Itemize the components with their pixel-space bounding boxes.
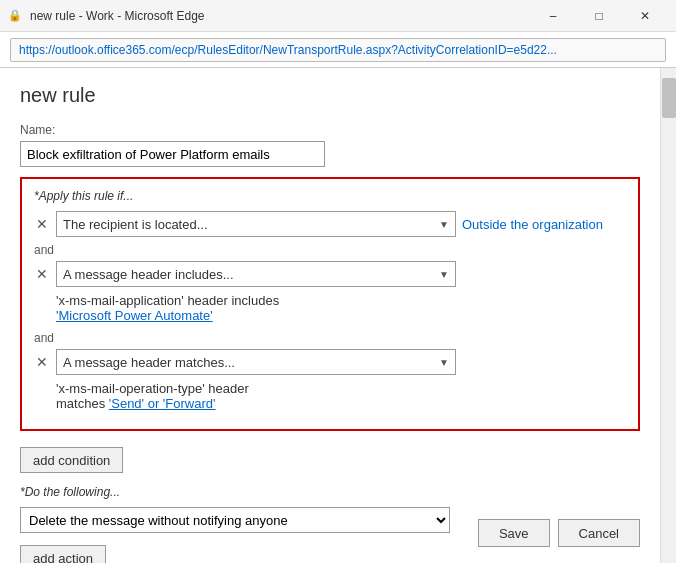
scrollbar[interactable] <box>660 68 676 563</box>
condition-3-value-link[interactable]: 'Send' or 'Forward' <box>109 396 216 411</box>
address-input[interactable] <box>10 38 666 62</box>
condition-row-1: ✕ The recipient is located... ▼ Outside … <box>34 211 626 237</box>
scrollbar-thumb[interactable] <box>662 78 676 118</box>
condition-1-value[interactable]: Outside the organization <box>462 217 603 232</box>
apply-rule-label: *Apply this rule if... <box>34 189 626 203</box>
condition-2-dropdown-text: A message header includes... <box>63 267 234 282</box>
condition-3-dropdown-text: A message header matches... <box>63 355 235 370</box>
rule-name-input[interactable] <box>20 141 325 167</box>
content-area: new rule Name: *Apply this rule if... ✕ … <box>0 68 660 563</box>
and-label-1: and <box>34 243 626 257</box>
remove-condition-1-button[interactable]: ✕ <box>34 217 50 231</box>
apply-rule-section: *Apply this rule if... ✕ The recipient i… <box>20 177 640 431</box>
title-bar-left: 🔒 new rule - Work - Microsoft Edge <box>8 9 205 23</box>
condition-3-value-line1: 'x-ms-mail-operation-type' header <box>56 381 249 396</box>
add-action-button[interactable]: add action <box>20 545 106 563</box>
name-label: Name: <box>20 123 640 137</box>
add-condition-button[interactable]: add condition <box>20 447 123 473</box>
condition-2-value-link[interactable]: 'Microsoft Power Automate' <box>56 308 213 323</box>
main-wrapper: new rule Name: *Apply this rule if... ✕ … <box>0 68 676 563</box>
restore-button[interactable]: □ <box>576 0 622 32</box>
window-title: new rule - Work - Microsoft Edge <box>30 9 205 23</box>
title-bar-controls: – □ ✕ <box>530 0 668 32</box>
condition-3-dropdown[interactable]: A message header matches... ▼ <box>56 349 456 375</box>
condition-1-dropdown-arrow: ▼ <box>439 219 449 230</box>
and-label-2: and <box>34 331 626 345</box>
address-bar <box>0 32 676 68</box>
title-bar: 🔒 new rule - Work - Microsoft Edge – □ ✕ <box>0 0 676 32</box>
condition-2-value: 'x-ms-mail-application' header includes … <box>56 293 626 323</box>
condition-1-dropdown[interactable]: The recipient is located... ▼ <box>56 211 456 237</box>
do-following-label: *Do the following... <box>20 485 640 499</box>
name-group: Name: <box>20 123 640 167</box>
remove-condition-3-button[interactable]: ✕ <box>34 355 50 369</box>
condition-3-dropdown-arrow: ▼ <box>439 357 449 368</box>
minimize-button[interactable]: – <box>530 0 576 32</box>
lock-icon: 🔒 <box>8 9 22 22</box>
condition-2-value-line1: 'x-ms-mail-application' header includes <box>56 293 279 308</box>
condition-3-value-line2-prefix: matches <box>56 396 109 411</box>
remove-condition-2-button[interactable]: ✕ <box>34 267 50 281</box>
condition-1-dropdown-text: The recipient is located... <box>63 217 208 232</box>
condition-row-3: ✕ A message header matches... ▼ <box>34 349 626 375</box>
close-button[interactable]: ✕ <box>622 0 668 32</box>
condition-3-value: 'x-ms-mail-operation-type' header matche… <box>56 381 626 411</box>
cancel-button[interactable]: Cancel <box>558 519 640 547</box>
page-title: new rule <box>20 84 640 107</box>
condition-row-2: ✕ A message header includes... ▼ <box>34 261 626 287</box>
condition-2-dropdown[interactable]: A message header includes... ▼ <box>56 261 456 287</box>
save-button[interactable]: Save <box>478 519 550 547</box>
condition-2-dropdown-arrow: ▼ <box>439 269 449 280</box>
do-following-dropdown[interactable]: Delete the message without notifying any… <box>20 507 450 533</box>
footer-buttons: Save Cancel <box>478 519 640 547</box>
